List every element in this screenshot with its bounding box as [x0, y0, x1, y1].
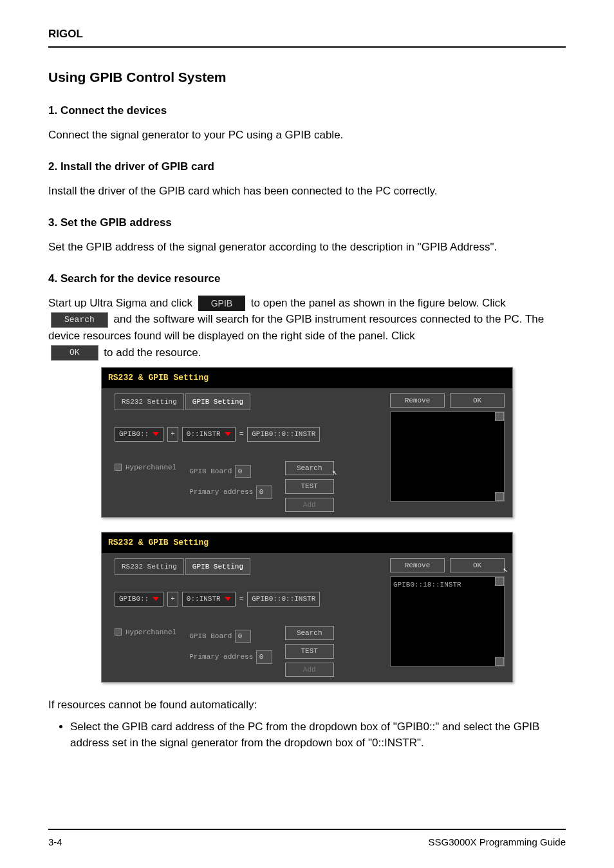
step4-heading: 4. Search for the device resource [48, 270, 566, 287]
notfound-heading: If resources cannot be found automatical… [48, 697, 566, 713]
page-footer: 3-4 SSG3000X Programming Guide [48, 829, 566, 850]
tab-rs232[interactable]: RS232 Setting [115, 393, 184, 411]
result-field[interactable]: GPIB0::0::INSTR [247, 427, 320, 442]
hyperchannel-label: Hyperchannel [126, 462, 176, 473]
bullet-item: Select the GPIB card address of the PC f… [70, 719, 566, 751]
tab-rs232[interactable]: RS232 Setting [115, 558, 184, 576]
step2-body: Install the driver of the GPIB card whic… [48, 183, 566, 200]
test-button[interactable]: TEST [285, 479, 334, 494]
ok-button[interactable]: OK [450, 393, 505, 408]
result-field[interactable]: GPIB0::0::INSTR [247, 592, 320, 607]
instr-dropdown[interactable]: 0::INSTR [182, 427, 236, 442]
remove-button[interactable]: Remove [390, 393, 445, 408]
brand: RIGOL [48, 28, 83, 40]
step4-body: Start up Ultra Sigma and click GPIB to o… [48, 295, 566, 361]
tab-gpib[interactable]: GPIB Setting [185, 558, 250, 576]
plus-button[interactable]: + [167, 427, 178, 442]
test-button[interactable]: TEST [285, 644, 334, 659]
cursor-icon: ↖ [503, 564, 508, 576]
scroll-up-icon[interactable] [495, 412, 504, 421]
page-number: 3-4 [48, 835, 62, 850]
primary-addr-label: Primary address [189, 488, 253, 496]
gpib-board-field[interactable]: 0 [235, 465, 251, 478]
gpib-dialog-2: RS232 & GPIB Setting RS232 Setting GPIB … [101, 532, 513, 683]
gpib-board-label: GPIB Board [189, 632, 232, 640]
add-button[interactable]: Add [285, 663, 334, 677]
gpib-dialog-1: RS232 & GPIB Setting RS232 Setting GPIB … [101, 367, 513, 518]
resource-listbox[interactable] [390, 411, 505, 502]
primary-addr-field[interactable]: 0 [256, 486, 272, 499]
gpib-board-field[interactable]: 0 [235, 630, 251, 643]
step1-body: Connect the signal generator to your PC … [48, 127, 566, 144]
dialog-title: RS232 & GPIB Setting [102, 533, 512, 553]
primary-addr-label: Primary address [189, 653, 253, 661]
board-dropdown[interactable]: GPIB0:: [115, 427, 163, 442]
cursor-icon: ↖ [332, 467, 337, 478]
chevron-down-icon [153, 597, 159, 601]
ok-button[interactable]: OK ↖ [450, 558, 505, 573]
instr-dropdown[interactable]: 0::INSTR [182, 592, 236, 607]
scroll-down-icon[interactable] [495, 657, 504, 666]
hyperchannel-checkbox[interactable] [115, 628, 122, 636]
chevron-down-icon [225, 597, 231, 601]
step3-heading: 3. Set the GPIB address [48, 214, 566, 231]
plus-button[interactable]: + [167, 592, 178, 607]
scroll-down-icon[interactable] [495, 492, 504, 501]
step3-body: Set the GPIB address of the signal gener… [48, 239, 566, 256]
hyperchannel-checkbox[interactable] [115, 464, 122, 471]
search-button[interactable]: Search [285, 626, 334, 641]
gpib-inline-button: GPIB [198, 296, 245, 312]
page-header: RIGOL [48, 26, 566, 48]
doc-title: SSG3000X Programming Guide [429, 835, 566, 850]
equals-sign: = [239, 594, 244, 605]
board-dropdown[interactable]: GPIB0:: [115, 592, 163, 607]
search-inline-button: Search [51, 312, 108, 328]
primary-addr-field[interactable]: 0 [256, 650, 272, 664]
resource-listbox[interactable]: GPIB0::18::INSTR [390, 576, 505, 666]
ok-inline-button: OK [51, 345, 98, 361]
tab-gpib[interactable]: GPIB Setting [185, 393, 250, 411]
step2-heading: 2. Install the driver of GPIB card [48, 158, 566, 175]
remove-button[interactable]: Remove [390, 558, 445, 573]
search-button[interactable]: Search ↖ [285, 461, 334, 476]
list-item[interactable]: GPIB0::18::INSTR [393, 580, 501, 590]
scroll-up-icon[interactable] [495, 577, 504, 586]
equals-sign: = [239, 429, 244, 440]
dialog-title: RS232 & GPIB Setting [102, 368, 512, 388]
chevron-down-icon [153, 432, 159, 436]
step1-heading: 1. Connect the devices [48, 102, 566, 119]
chevron-down-icon [225, 432, 231, 436]
section-title: Using GPIB Control System [48, 67, 566, 88]
gpib-board-label: GPIB Board [189, 467, 232, 475]
hyperchannel-label: Hyperchannel [126, 627, 176, 638]
add-button[interactable]: Add [285, 498, 334, 513]
